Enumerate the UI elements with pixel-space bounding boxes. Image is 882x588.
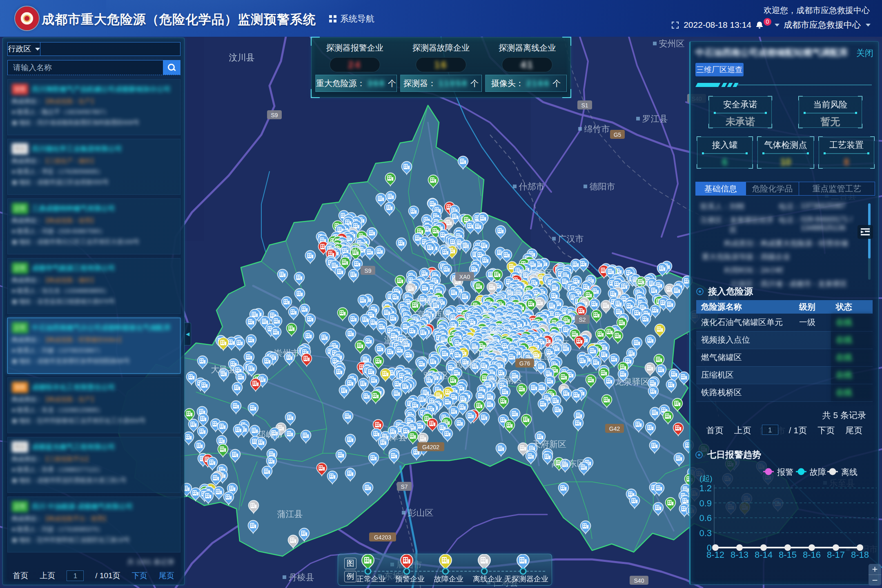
svg-text:温江区: 温江区 — [384, 335, 410, 345]
svg-text:双流区: 双流区 — [423, 371, 449, 380]
svg-text:S9: S9 — [364, 267, 371, 274]
svg-text:天府新区: 天府新区 — [532, 439, 566, 449]
svg-text:8-18: 8-18 — [851, 550, 869, 560]
svg-text:(起): (起) — [699, 474, 713, 483]
svg-text:成华区: 成华区 — [543, 339, 569, 349]
svg-text:安州区: 安州区 — [659, 39, 685, 48]
svg-text:新都区: 新都区 — [505, 287, 531, 296]
svg-text:S9: S9 — [271, 112, 278, 118]
svg-text:高新东区: 高新东区 — [551, 459, 586, 468]
svg-text:XA0: XA0 — [459, 274, 470, 280]
svg-text:金堂县: 金堂县 — [623, 277, 648, 287]
svg-text:大邑县: 大邑县 — [211, 365, 237, 374]
svg-text:S40: S40 — [634, 577, 644, 584]
svg-text:故障: 故障 — [810, 468, 826, 477]
svg-text:丹棱县: 丹棱县 — [289, 572, 314, 582]
svg-text:离线: 离线 — [841, 468, 858, 477]
svg-text:G76: G76 — [519, 360, 530, 367]
svg-text:报警: 报警 — [777, 468, 793, 477]
svg-text:德阳市: 德阳市 — [590, 182, 615, 191]
svg-text:蒲江县: 蒲江县 — [277, 509, 303, 519]
svg-text:G4202: G4202 — [422, 444, 439, 450]
svg-text:0.3: 0.3 — [699, 528, 712, 538]
svg-text:金牛区: 金牛区 — [486, 325, 512, 335]
svg-text:崇州市: 崇州市 — [274, 348, 300, 358]
svg-text:彭州市: 彭州市 — [445, 241, 470, 251]
svg-text:郫都区: 郫都区 — [415, 297, 441, 306]
svg-text:8-15: 8-15 — [779, 550, 797, 560]
svg-text:新津县: 新津县 — [381, 432, 407, 442]
svg-text:G42: G42 — [609, 425, 620, 432]
svg-text:青白江区: 青白江区 — [519, 268, 553, 278]
svg-text:高新西区: 高新西区 — [416, 310, 451, 319]
svg-text:罗江县: 罗江县 — [642, 114, 668, 123]
svg-text:8-12: 8-12 — [706, 550, 724, 560]
svg-text:汶川县: 汶川县 — [229, 53, 255, 62]
svg-text:0.9: 0.9 — [699, 498, 712, 508]
svg-text:邛崃市: 邛崃市 — [258, 430, 283, 439]
svg-text:8-13: 8-13 — [731, 550, 748, 560]
svg-text:8-17: 8-17 — [827, 550, 845, 560]
svg-text:武侯区: 武侯区 — [454, 359, 479, 369]
svg-text:1.2: 1.2 — [699, 483, 712, 493]
svg-text:0.6: 0.6 — [699, 513, 712, 523]
svg-text:绵竹市: 绵竹市 — [584, 124, 610, 134]
svg-text:什邡市: 什邡市 — [519, 182, 545, 191]
svg-text:S7: S7 — [401, 483, 408, 490]
svg-text:彭山区: 彭山区 — [408, 508, 434, 517]
svg-text:广汉市: 广汉市 — [558, 234, 584, 243]
svg-text:G4203: G4203 — [374, 534, 391, 541]
svg-text:青羊区: 青羊区 — [471, 344, 497, 354]
svg-text:8-16: 8-16 — [803, 550, 821, 560]
svg-text:S1: S1 — [581, 102, 588, 109]
svg-text:G5: G5 — [614, 131, 621, 138]
svg-text:龙泉驿区: 龙泉驿区 — [615, 377, 649, 386]
svg-text:都江堰市: 都江堰市 — [328, 242, 362, 252]
svg-text:S2: S2 — [579, 316, 586, 323]
svg-text:高新南区: 高新南区 — [488, 375, 523, 384]
svg-text:8-14: 8-14 — [755, 550, 773, 560]
